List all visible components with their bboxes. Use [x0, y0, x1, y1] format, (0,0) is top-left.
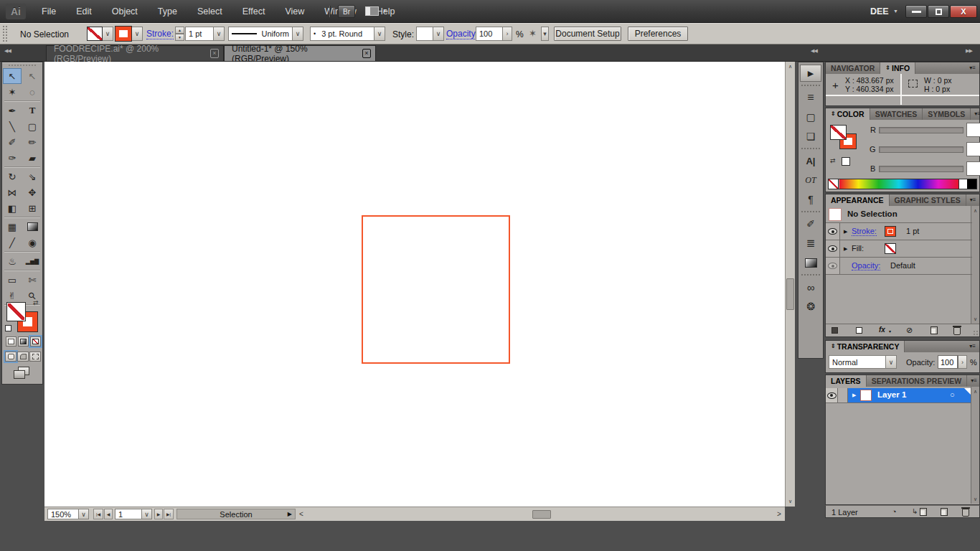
- fill-swatch[interactable]: [885, 243, 896, 254]
- visibility-cell[interactable]: [826, 258, 840, 274]
- new-layer-icon[interactable]: [941, 508, 948, 516]
- spectrum-white-swatch[interactable]: [958, 179, 967, 189]
- clear-appearance-icon[interactable]: ⊘: [906, 326, 913, 335]
- menu-select[interactable]: Select: [187, 0, 232, 23]
- brushes-panel-icon[interactable]: ✐: [800, 215, 821, 232]
- blob-brush-tool[interactable]: ✑: [3, 150, 22, 166]
- pencil-tool[interactable]: ✏: [23, 134, 42, 150]
- character-panel-icon[interactable]: A|: [800, 152, 821, 169]
- select-similar-icon[interactable]: ✶: [529, 28, 537, 39]
- stroke-weight-up[interactable]: ▲: [175, 27, 184, 34]
- magic-wand-tool[interactable]: ✶: [3, 84, 22, 100]
- layer-name-label[interactable]: Layer 1: [877, 390, 906, 399]
- panel-menu-icon[interactable]: ▾≡: [967, 375, 980, 387]
- new-sublayer-arrow-icon[interactable]: ↳: [912, 507, 918, 515]
- expand-arrow-icon[interactable]: ▶: [844, 229, 847, 235]
- tab-symbols[interactable]: SYMBOLS: [923, 108, 971, 120]
- control-bar-gripper[interactable]: [2, 25, 7, 42]
- close-tab-icon[interactable]: ×: [362, 49, 371, 58]
- menu-view[interactable]: View: [275, 0, 314, 23]
- shape-builder-tool[interactable]: ◧: [3, 200, 22, 216]
- eraser-tool[interactable]: ▰: [23, 150, 42, 166]
- type-tool[interactable]: T: [23, 103, 42, 118]
- vertical-scroll-thumb[interactable]: [786, 278, 794, 310]
- draw-normal-button[interactable]: [5, 352, 17, 362]
- add-new-stroke-icon[interactable]: [831, 327, 838, 334]
- expand-arrow-icon[interactable]: ▶: [852, 392, 856, 398]
- column-graph-tool[interactable]: ▂▅▇: [23, 253, 42, 269]
- actions-panel-icon[interactable]: ▶: [800, 65, 821, 82]
- lasso-tool[interactable]: ◌: [23, 84, 42, 100]
- layer-target-icon[interactable]: ○: [950, 390, 955, 399]
- artboard-canvas[interactable]: [44, 62, 785, 507]
- visibility-cell[interactable]: [826, 223, 840, 240]
- close-tab-icon[interactable]: ×: [210, 49, 219, 58]
- layer-row[interactable]: ▶ Layer 1 ○: [826, 388, 971, 403]
- icon-dock-collapse-icon[interactable]: ◀◀: [811, 48, 817, 54]
- menu-type[interactable]: Type: [148, 0, 187, 23]
- gradient-button[interactable]: [18, 336, 29, 347]
- default-fill-stroke-icon[interactable]: [5, 325, 11, 331]
- panel-menu-icon[interactable]: ▾≡: [971, 108, 980, 120]
- tab-separations-preview[interactable]: SEPARATIONS PREVIEW: [867, 375, 968, 387]
- line-segment-tool[interactable]: ╲: [3, 118, 22, 134]
- preferences-button[interactable]: Preferences: [628, 27, 688, 41]
- tab-swatches[interactable]: SWATCHES: [870, 108, 923, 120]
- direct-selection-tool[interactable]: ↖: [23, 68, 42, 84]
- blend-mode-field[interactable]: Normal: [829, 355, 886, 369]
- appearance-row-fill[interactable]: ▶ Fill:: [826, 240, 972, 258]
- tab-graphic-styles[interactable]: GRAPHIC STYLES: [890, 194, 966, 206]
- appearance-row-opacity[interactable]: Opacity: Default: [826, 258, 972, 275]
- symbol-sprayer-tool[interactable]: ♨: [3, 253, 22, 269]
- opacity-panel-link[interactable]: Opacity:: [446, 29, 478, 39]
- gradient-tool[interactable]: [23, 219, 42, 235]
- pen-tool[interactable]: ✒: [3, 103, 22, 118]
- first-artboard-button[interactable]: |◀: [93, 509, 103, 519]
- default-fill-stroke-icon[interactable]: [842, 157, 850, 166]
- close-button[interactable]: X: [950, 5, 977, 18]
- paintbrush-tool[interactable]: ✐: [3, 134, 22, 150]
- slice-tool[interactable]: ✄: [23, 272, 42, 288]
- tab-color[interactable]: ⇕COLOR: [826, 108, 870, 120]
- gradient-panel-icon[interactable]: [800, 254, 821, 271]
- delete-item-icon[interactable]: [953, 327, 961, 335]
- add-new-fill-icon[interactable]: [856, 327, 862, 334]
- brush-dropdown[interactable]: ∨: [374, 27, 385, 41]
- zoom-dropdown[interactable]: ∨: [79, 509, 89, 519]
- artboard-tool[interactable]: ▭: [3, 272, 22, 288]
- rectangle-tool[interactable]: ▢: [23, 118, 42, 134]
- opacity-value-field[interactable]: 100: [938, 355, 958, 369]
- stroke-panel-link[interactable]: Stroke:: [146, 29, 174, 39]
- scroll-left-icon[interactable]: <: [297, 509, 306, 519]
- add-effect-arrow-icon[interactable]: ▾: [889, 329, 891, 334]
- dock-gripper[interactable]: [801, 148, 820, 150]
- scroll-down-icon[interactable]: ∨: [786, 496, 795, 506]
- width-profile-dropdown[interactable]: ∨: [293, 27, 303, 41]
- blend-mode-dropdown[interactable]: ∨: [886, 355, 897, 369]
- style-value[interactable]: [416, 27, 433, 41]
- stroke-swatch[interactable]: [885, 226, 896, 237]
- tools-panel-gripper[interactable]: [8, 64, 37, 67]
- width-tool[interactable]: ⋈: [3, 184, 22, 200]
- selection-tool[interactable]: ↖: [3, 68, 22, 84]
- red-value-field[interactable]: [966, 123, 980, 137]
- layer-thumbnail[interactable]: [860, 390, 872, 401]
- scroll-right-icon[interactable]: >: [775, 509, 783, 519]
- layer-row-selected[interactable]: ▶ Layer 1 ○: [848, 388, 971, 402]
- transform-panel-icon[interactable]: ▢: [800, 108, 821, 126]
- appearance-row-stroke[interactable]: ▶ Stroke: 1 pt: [826, 223, 972, 240]
- scroll-up-icon[interactable]: ∧: [971, 387, 979, 396]
- panel-menu-icon[interactable]: ▾≡: [966, 194, 980, 206]
- perspective-grid-tool[interactable]: ⊞: [23, 200, 42, 216]
- panel-menu-icon[interactable]: ▾≡: [966, 341, 979, 352]
- menu-effect[interactable]: Effect: [232, 0, 275, 23]
- stroke-link[interactable]: Stroke:: [852, 227, 877, 236]
- blend-tool[interactable]: ◉: [23, 235, 42, 250]
- vertical-scrollbar[interactable]: ∧ ∨: [785, 62, 795, 507]
- drawn-rectangle[interactable]: [362, 215, 510, 364]
- brush-definition[interactable]: • 3 pt. Round: [310, 27, 374, 41]
- workspace-arrow-icon[interactable]: ▼: [893, 9, 898, 14]
- duplicate-item-icon[interactable]: [930, 326, 938, 334]
- previous-artboard-button[interactable]: ◀: [104, 509, 113, 519]
- stroke-weight-value[interactable]: 1 pt: [185, 27, 214, 41]
